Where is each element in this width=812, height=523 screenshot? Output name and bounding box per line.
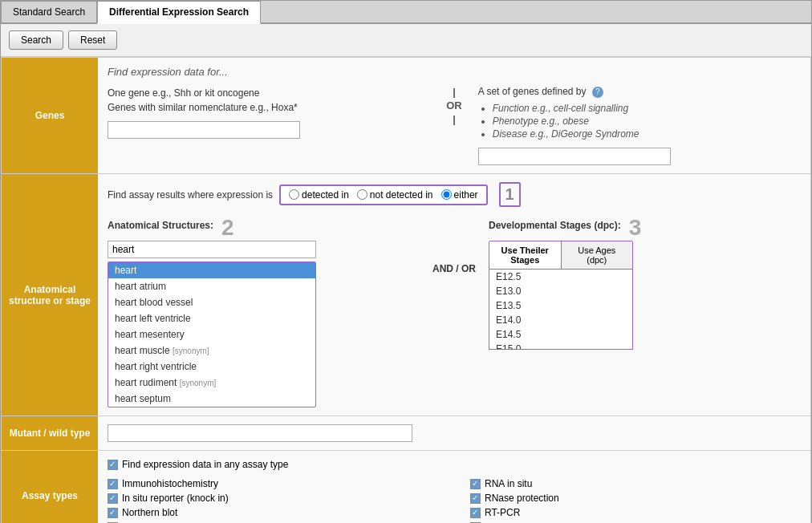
structures-heading: Anatomical Structures: [108, 220, 213, 231]
stages-tabs: Use Theiler Stages Use Ages (dpc) [489, 241, 633, 270]
assay-content: Find expression data in any assay type I… [98, 451, 810, 523]
assay-in-situ-reporter: In situ reporter (knock in) [108, 493, 438, 504]
one-gene-desc: One gene e.g., Shh or kit oncogene Genes… [108, 86, 430, 115]
form-body: Genes Find expression data for... One ge… [1, 57, 811, 523]
not-detected-option[interactable]: not detected in [357, 189, 433, 201]
assay-northern-blot: Northern blot [108, 507, 438, 518]
assay-label: Assay types [2, 451, 98, 523]
anatomical-search-input[interactable] [108, 241, 316, 258]
dropdown-item-heart-atrium[interactable]: heart atrium [108, 278, 315, 294]
assay-immunohistochemistry: Immunohistochemistry [108, 478, 438, 489]
stage-e14-5[interactable]: E14.5 [489, 327, 632, 342]
anatomical-label: Anatomical structure or stage [2, 174, 98, 416]
set-list: Function e.g., cell-cell signalling Phen… [478, 103, 801, 140]
anat-structures: Anatomical Structures: 2 heart heart atr… [108, 215, 420, 407]
rnase-protection-checkbox[interactable] [470, 493, 481, 504]
reset-button[interactable]: Reset [68, 30, 117, 50]
find-any-label: Find expression data in any assay type [122, 459, 288, 470]
tab-bar: Standard Search Differential Expression … [1, 1, 811, 24]
set-input[interactable] [478, 148, 671, 165]
dropdown-item-heart-septum[interactable]: heart septum [108, 391, 315, 407]
dropdown-item-heart-blood-vessel[interactable]: heart blood vessel [108, 294, 315, 310]
stages-heading: Developmental Stages (dpc): [489, 220, 621, 231]
info-icon[interactable]: ? [592, 87, 603, 98]
toolbar: Search Reset [1, 24, 811, 57]
anat-layout: Anatomical Structures: 2 heart heart atr… [108, 215, 801, 407]
stages-list[interactable]: E12.5 E13.0 E13.5 E14.0 E14.5 E15.0 E15.… [489, 270, 633, 350]
step1-badge: 1 [499, 182, 521, 207]
detect-wrapper: Find assay results where expression is d… [108, 182, 801, 207]
in-situ-reporter-checkbox[interactable] [108, 493, 118, 504]
tab-differential[interactable]: Differential Expression Search [97, 1, 261, 24]
detected-option[interactable]: detected in [289, 189, 349, 201]
assay-main-check: Find expression data in any assay type [108, 459, 801, 470]
assay-rna-in-situ: RNA in situ [470, 478, 801, 489]
function-item: Function e.g., cell-cell signalling [493, 103, 801, 114]
assay-grid: Immunohistochemistry RNA in situ In situ… [108, 478, 801, 523]
genes-intro: Find expression data for... [108, 66, 801, 78]
not-detected-radio[interactable] [357, 189, 367, 200]
step2-badge: 2 [221, 215, 234, 241]
dropdown-item-heart-mesentery[interactable]: heart mesentery [108, 326, 315, 343]
genes-left: One gene e.g., Shh or kit oncogene Genes… [108, 86, 430, 139]
rt-pcr-checkbox[interactable] [470, 508, 481, 518]
phenotype-item: Phenotype e.g., obese [493, 116, 801, 127]
mutant-row: Mutant / wild type [2, 416, 810, 451]
step3-badge: 3 [629, 215, 642, 241]
mutant-content [98, 416, 810, 450]
disease-item: Disease e.g., DiGeorge Syndrome [493, 128, 801, 140]
immunohistochemistry-checkbox[interactable] [108, 479, 118, 489]
assay-rt-pcr: RT-PCR [470, 507, 801, 518]
anatomical-content: Find assay results where expression is d… [98, 174, 810, 416]
or-divider: | OR | [438, 86, 470, 125]
stage-e13-0[interactable]: E13.0 [489, 284, 632, 298]
and-or-label: AND / OR [432, 215, 476, 274]
dropdown-item-heart-left-ventricle[interactable]: heart left ventricle [108, 310, 315, 326]
stage-e13-5[interactable]: E13.5 [489, 298, 632, 313]
genes-row: Genes Find expression data for... One ge… [2, 58, 810, 174]
dropdown-item-heart[interactable]: heart [108, 262, 315, 278]
stage-e15-0[interactable]: E15.0 [489, 342, 632, 350]
dropdown-item-heart-right-ventricle[interactable]: heart right ventricle [108, 359, 315, 375]
genes-content: Find expression data for... One gene e.g… [98, 58, 810, 173]
genes-inputs: One gene e.g., Shh or kit oncogene Genes… [108, 86, 801, 165]
stage-e14-0[interactable]: E14.0 [489, 313, 632, 327]
assay-row: Assay types Find expression data in any … [2, 451, 810, 523]
assay-rnase-protection: RNase protection [470, 493, 801, 504]
search-button[interactable]: Search [9, 30, 63, 50]
find-label: Find assay results where expression is [108, 189, 273, 201]
anatomical-row: Anatomical structure or stage Find assay… [2, 174, 810, 416]
northern-blot-checkbox[interactable] [108, 508, 118, 518]
genes-right: A set of genes defined by ? Function e.g… [478, 86, 801, 165]
detected-radio[interactable] [289, 189, 299, 200]
mutant-input[interactable] [108, 424, 412, 442]
gene-input[interactable] [108, 121, 300, 139]
dropdown-item-heart-muscle[interactable]: heart muscle [synonym] [108, 343, 315, 359]
tab-theiler-stages[interactable]: Use Theiler Stages [489, 241, 562, 269]
rna-in-situ-checkbox[interactable] [470, 479, 481, 489]
find-any-assay-checkbox[interactable] [108, 460, 118, 470]
genes-label: Genes [2, 58, 98, 173]
detect-options: detected in not detected in either [279, 184, 487, 205]
tab-standard[interactable]: Standard Search [1, 1, 97, 22]
set-desc: A set of genes defined by ? [478, 86, 801, 98]
either-option[interactable]: either [441, 189, 478, 201]
stages-section: Developmental Stages (dpc): 3 Use Theile… [489, 215, 801, 350]
anatomical-dropdown: heart heart atrium heart blood vessel he… [108, 262, 316, 407]
stage-e12-5[interactable]: E12.5 [489, 270, 632, 284]
dropdown-item-heart-rudiment[interactable]: heart rudiment [synonym] [108, 375, 315, 391]
either-radio[interactable] [441, 189, 452, 200]
tab-ages-dpc[interactable]: Use Ages (dpc) [562, 241, 633, 269]
mutant-label: Mutant / wild type [2, 416, 98, 450]
